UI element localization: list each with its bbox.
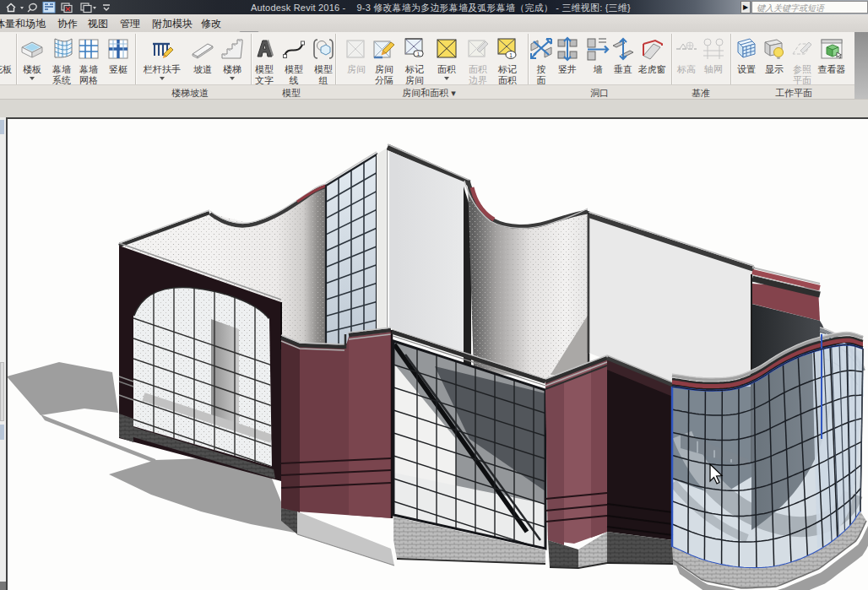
- svg-text:1: 1: [509, 52, 513, 58]
